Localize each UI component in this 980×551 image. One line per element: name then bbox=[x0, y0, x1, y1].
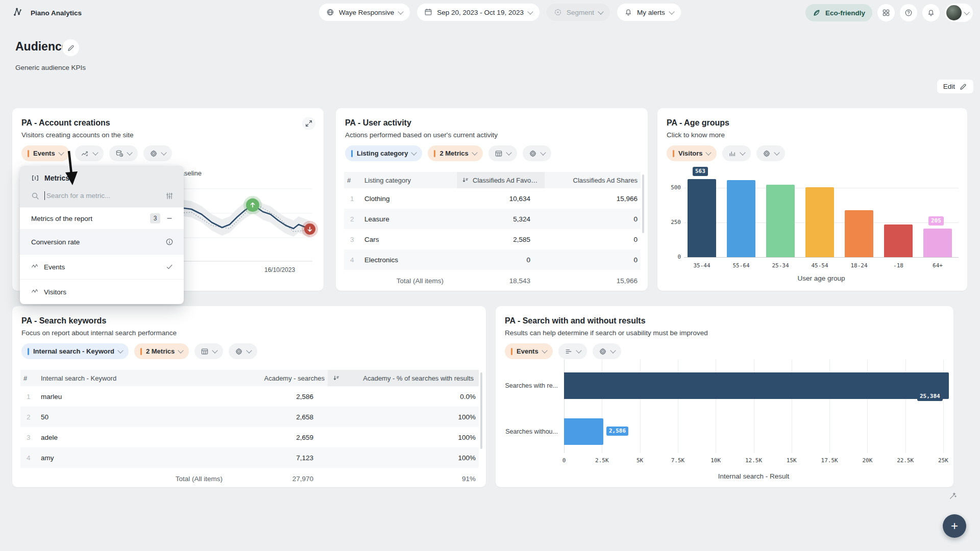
user_activity-pill-2-metrics[interactable]: 2 Metrics bbox=[428, 145, 482, 161]
bar-55-64[interactable] bbox=[727, 180, 755, 257]
x-axis-tick-label: 16/10/2023 bbox=[264, 266, 295, 273]
table-pill[interactable] bbox=[488, 145, 517, 161]
bar-35-44[interactable] bbox=[688, 179, 716, 257]
gear-pill[interactable] bbox=[523, 145, 551, 161]
column-header-sorted[interactable]: Academy - % of searches with results bbox=[328, 370, 479, 386]
y-tick-label: 250 bbox=[659, 219, 681, 226]
row-index: 4 bbox=[20, 454, 38, 462]
sortd-icon bbox=[462, 177, 469, 184]
x-tick-label: 7.5K bbox=[663, 457, 693, 464]
column-header[interactable]: # bbox=[344, 177, 361, 184]
x-tick-label: 10K bbox=[700, 457, 731, 464]
notifications-button[interactable] bbox=[922, 4, 940, 21]
scrollbar[interactable] bbox=[480, 372, 482, 449]
metrics-dropdown-title-label: Metrics bbox=[44, 174, 69, 182]
minus-icon bbox=[165, 214, 174, 222]
table-pill[interactable] bbox=[194, 343, 223, 359]
search_keywords-pill-2-metrics[interactable]: 2 Metrics bbox=[134, 343, 189, 359]
add-widget-button[interactable]: + bbox=[943, 514, 966, 538]
metric-option-conversion-rate[interactable]: Conversion rate bbox=[20, 229, 184, 254]
column-header[interactable]: Listing category bbox=[361, 177, 457, 184]
topbar: Piano Analytics Waye Responsive Sep 20, … bbox=[0, 0, 980, 24]
expand-widget-button[interactable] bbox=[302, 117, 315, 130]
metric-option-label: Events bbox=[44, 263, 65, 271]
total-value: 91% bbox=[328, 475, 479, 483]
expand-icon bbox=[305, 119, 313, 128]
x-tick-label: 20K bbox=[852, 457, 883, 464]
row-value: 0 bbox=[457, 256, 545, 264]
bell-icon bbox=[927, 9, 935, 17]
sliders-icon bbox=[165, 192, 174, 200]
column-header[interactable]: Academy - searches bbox=[236, 374, 328, 382]
dbclock-pill[interactable] bbox=[109, 145, 138, 161]
help-button[interactable] bbox=[900, 4, 917, 21]
apps-grid-button[interactable] bbox=[877, 4, 895, 21]
table-row[interactable]: 1marleu2,5860.0% bbox=[20, 386, 479, 407]
row-index: 1 bbox=[20, 393, 38, 400]
rename-dashboard-button[interactable] bbox=[62, 39, 79, 56]
metric-option-events[interactable]: Events bbox=[20, 254, 184, 279]
bar-64+[interactable] bbox=[923, 229, 952, 257]
account_creations-pill-events[interactable]: Events bbox=[21, 145, 69, 161]
help-icon bbox=[904, 9, 913, 17]
bar-25-34[interactable] bbox=[766, 185, 795, 257]
x-tick-label: 25-34 bbox=[761, 262, 800, 269]
x-tick-label: -18 bbox=[878, 262, 918, 269]
leaf-icon bbox=[813, 9, 821, 17]
y-tick-label: 0 bbox=[659, 254, 681, 260]
pill-label: 2 Metrics bbox=[439, 149, 468, 157]
edit-dashboard-button[interactable]: Edit bbox=[937, 80, 973, 93]
trend-pill[interactable] bbox=[75, 145, 104, 161]
sortd-icon bbox=[333, 374, 340, 382]
table-row[interactable]: 4amy7,123100% bbox=[20, 447, 479, 468]
gear-pill[interactable] bbox=[143, 145, 172, 161]
bar-18-24[interactable] bbox=[845, 210, 873, 257]
metrics-group-label: Metrics of the report bbox=[31, 215, 92, 222]
segment-selector[interactable]: Segment bbox=[547, 4, 610, 21]
column-header-sorted[interactable]: Classifieds Ad Favorit... bbox=[457, 172, 545, 188]
table-header-row: #Internal search - KeywordAcademy - sear… bbox=[20, 370, 479, 386]
date-range-picker[interactable]: Sep 20, 2023 - Oct 19, 2023 bbox=[417, 4, 540, 21]
table-row[interactable]: 3adele2,659100% bbox=[20, 427, 479, 447]
row-label: amy bbox=[38, 454, 236, 462]
metric-search-input[interactable] bbox=[44, 191, 160, 200]
metric-option-visitors[interactable]: Visitors bbox=[20, 279, 184, 304]
column-header[interactable]: Classifieds Ad Shares bbox=[545, 177, 641, 184]
my-alerts-button[interactable]: My alerts bbox=[617, 4, 681, 21]
bar-searches-with-results[interactable] bbox=[564, 372, 949, 399]
table-icon bbox=[495, 149, 503, 158]
pill-label: Events bbox=[33, 149, 55, 157]
table-row[interactable]: 3Cars2,5850 bbox=[344, 229, 641, 249]
pulse-icon bbox=[31, 262, 39, 270]
eco-friendly-badge[interactable]: Eco-friendly bbox=[805, 4, 872, 21]
scrollbar[interactable] bbox=[642, 174, 644, 233]
site-selector[interactable]: Waye Responsive bbox=[319, 4, 410, 21]
user-menu[interactable] bbox=[945, 4, 973, 22]
page-subtitle: Generic audience KPIs bbox=[15, 64, 86, 71]
row-label: Electronics bbox=[361, 256, 457, 264]
chevron-down-icon bbox=[212, 347, 218, 353]
row-index: 1 bbox=[344, 195, 361, 203]
user_activity-pill-listing-category[interactable]: Listing category bbox=[345, 145, 422, 161]
chevron-down-icon bbox=[117, 347, 123, 353]
bar--18[interactable] bbox=[884, 224, 913, 257]
table-row[interactable]: 1Clothing10,63415,966 bbox=[344, 188, 641, 209]
column-header[interactable]: # bbox=[20, 374, 38, 382]
row-value: 100% bbox=[328, 454, 479, 462]
gear-pill[interactable] bbox=[229, 343, 257, 359]
table-row[interactable]: 2Leasure5,3240 bbox=[344, 209, 641, 229]
bar-45-54[interactable] bbox=[805, 187, 834, 257]
assistant-wand-button[interactable] bbox=[945, 489, 961, 504]
target-icon bbox=[554, 8, 562, 16]
table-row[interactable]: 4Electronics00 bbox=[344, 249, 641, 270]
metrics-group-header[interactable]: Metrics of the report 3 bbox=[20, 207, 184, 229]
bar-searches-without-results[interactable] bbox=[564, 418, 603, 445]
bar-value-label: 2,586 bbox=[606, 427, 628, 436]
x-tick-label: 64+ bbox=[918, 262, 958, 269]
search_keywords-pill-internal-search-keyword[interactable]: Internal search - Keyword bbox=[21, 343, 129, 359]
piano-analytics-logo-icon bbox=[12, 6, 23, 19]
table-row[interactable]: 2502,658100% bbox=[20, 407, 479, 427]
card-search-keywords: PA - Search keywords Focus on report abo… bbox=[12, 306, 486, 487]
pill-label: Listing category bbox=[357, 149, 408, 157]
column-header[interactable]: Internal search - Keyword bbox=[38, 374, 236, 382]
